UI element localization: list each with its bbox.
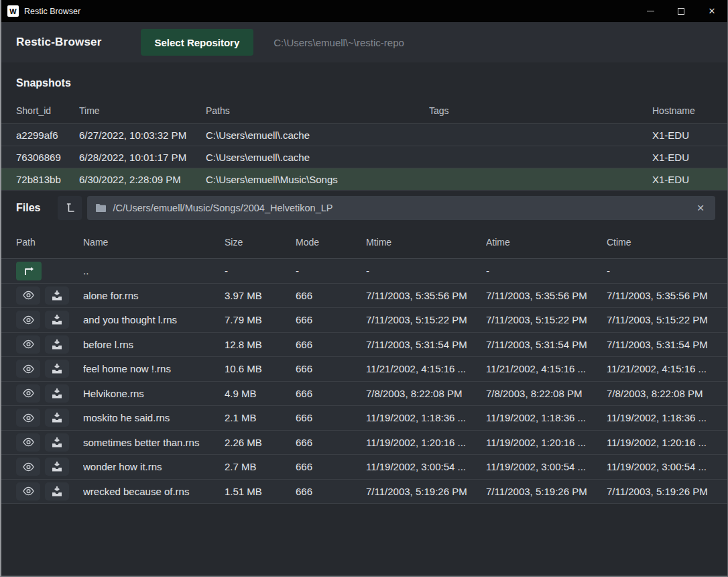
preview-button[interactable] bbox=[16, 360, 40, 378]
download-button[interactable] bbox=[45, 360, 69, 378]
preview-button[interactable] bbox=[16, 311, 40, 329]
file-row[interactable]: alone for.rns 3.97 MB 666 7/11/2003, 5:3… bbox=[1, 284, 727, 309]
eye-icon bbox=[22, 388, 35, 398]
file-ctime: 7/11/2003, 5:31:54 PM bbox=[607, 339, 727, 350]
eye-icon bbox=[22, 315, 35, 325]
download-button[interactable] bbox=[45, 482, 69, 501]
file-mode: 666 bbox=[296, 486, 366, 497]
close-button[interactable]: ✕ bbox=[696, 0, 727, 22]
download-icon bbox=[52, 388, 62, 399]
download-button[interactable] bbox=[45, 433, 69, 452]
eye-icon bbox=[22, 486, 35, 496]
file-atime: 7/8/2003, 8:22:08 PM bbox=[486, 388, 607, 399]
file-size: 3.97 MB bbox=[225, 290, 296, 301]
file-atime: 7/11/2003, 5:31:54 PM bbox=[486, 339, 607, 350]
download-icon bbox=[52, 291, 62, 301]
file-atime: 7/11/2003, 5:19:26 PM bbox=[486, 486, 607, 497]
preview-button[interactable] bbox=[16, 482, 40, 501]
file-atime: 11/19/2002, 1:18:36 ... bbox=[486, 412, 607, 423]
download-icon bbox=[52, 315, 62, 325]
file-mtime: 7/11/2003, 5:35:56 PM bbox=[366, 290, 486, 301]
preview-button[interactable] bbox=[16, 433, 40, 452]
eye-icon bbox=[22, 339, 35, 349]
file-size: 2.26 MB bbox=[225, 437, 296, 448]
file-row[interactable]: wonder how it.rns 2.7 MB 666 11/19/2002,… bbox=[1, 455, 727, 480]
file-row[interactable]: moskito he said.rns 2.1 MB 666 11/19/200… bbox=[1, 406, 727, 431]
go-parent-directory-button[interactable] bbox=[16, 262, 42, 280]
file-atime: 7/11/2003, 5:35:56 PM bbox=[486, 290, 607, 301]
files-heading: Files bbox=[16, 202, 40, 214]
preview-button[interactable] bbox=[16, 384, 40, 403]
file-mode: 666 bbox=[296, 461, 366, 472]
column-header-path: Path bbox=[16, 237, 83, 248]
file-name: feel home now !.rns bbox=[83, 363, 225, 374]
column-header-atime: Atime bbox=[486, 237, 607, 248]
download-button[interactable] bbox=[45, 458, 69, 476]
file-size: 7.79 MB bbox=[225, 314, 296, 325]
file-row[interactable]: sometimes better than.rns 2.26 MB 666 11… bbox=[1, 431, 727, 456]
download-button[interactable] bbox=[45, 311, 69, 329]
download-button[interactable] bbox=[45, 335, 69, 354]
file-name: before l.rns bbox=[83, 339, 225, 350]
file-row[interactable]: before l.rns 12.8 MB 666 7/11/2003, 5:31… bbox=[1, 333, 727, 358]
empty-area bbox=[1, 504, 727, 576]
folder-icon bbox=[95, 203, 107, 213]
parent-directory-row[interactable]: .. - - - - - bbox=[1, 259, 727, 284]
file-size: 10.6 MB bbox=[225, 363, 296, 374]
snapshots-table-header: Short_id Time Paths Tags Hostname bbox=[1, 97, 727, 124]
snapshot-paths: C:\Users\emuell\Music\Songs bbox=[206, 174, 429, 185]
window-title: Restic Browser bbox=[24, 7, 80, 16]
file-row[interactable]: and you thought l.rns 7.79 MB 666 7/11/2… bbox=[1, 308, 727, 333]
file-mtime: 11/21/2002, 4:15:16 ... bbox=[366, 363, 486, 374]
preview-button[interactable] bbox=[16, 335, 40, 354]
file-name: .. bbox=[83, 265, 225, 276]
toolbar: Restic-Browser Select Repository C:\User… bbox=[1, 22, 727, 62]
file-name: wrecked because of.rns bbox=[83, 486, 225, 497]
file-mode: 666 bbox=[296, 388, 366, 399]
files-table-header: Path Name Size Mode Mtime Atime Ctime bbox=[1, 225, 727, 259]
file-mtime: 11/19/2002, 3:00:54 ... bbox=[366, 461, 486, 472]
window-controls: ✕ bbox=[635, 0, 727, 22]
file-row[interactable]: Helvikone.rns 4.9 MB 666 7/8/2003, 8:22:… bbox=[1, 382, 727, 407]
preview-button[interactable] bbox=[16, 286, 40, 305]
file-mtime: 7/11/2003, 5:15:22 PM bbox=[366, 314, 486, 325]
snapshot-paths: C:\Users\emuell\.cache bbox=[206, 129, 429, 141]
minimize-button[interactable] bbox=[635, 0, 666, 22]
download-button[interactable] bbox=[45, 409, 69, 427]
file-row[interactable]: feel home now !.rns 10.6 MB 666 11/21/20… bbox=[1, 357, 727, 382]
snapshot-short-id: 72b813bb bbox=[16, 174, 79, 185]
maximize-button[interactable] bbox=[666, 0, 696, 22]
file-ctime: 11/19/2002, 1:18:36 ... bbox=[607, 412, 727, 423]
file-name: alone for.rns bbox=[83, 290, 225, 301]
eye-icon bbox=[22, 364, 35, 374]
preview-button[interactable] bbox=[16, 458, 40, 476]
preview-button[interactable] bbox=[16, 409, 40, 427]
file-mode: 666 bbox=[296, 363, 366, 374]
snapshot-hostname: X1-EDU bbox=[652, 129, 727, 141]
download-icon bbox=[52, 462, 62, 472]
file-ctime: 11/19/2002, 1:20:16 ... bbox=[607, 437, 727, 448]
maximize-icon bbox=[678, 8, 684, 15]
repository-path: C:\Users\emuell\~\restic-repo bbox=[274, 37, 404, 48]
snapshot-row[interactable]: 76306869 6/28/2022, 10:01:17 PM C:\Users… bbox=[1, 146, 727, 168]
file-row[interactable]: wrecked because of.rns 1.51 MB 666 7/11/… bbox=[1, 480, 727, 505]
download-button[interactable] bbox=[45, 384, 69, 403]
download-button[interactable] bbox=[45, 286, 69, 305]
file-mtime: 7/11/2003, 5:19:26 PM bbox=[366, 486, 486, 497]
breadcrumb-close-button[interactable]: ✕ bbox=[694, 201, 707, 215]
snapshot-hostname: X1-EDU bbox=[652, 174, 727, 185]
snapshot-row-selected[interactable]: 72b813bb 6/30/2022, 2:28:09 PM C:\Users\… bbox=[1, 168, 727, 191]
file-atime: 11/21/2002, 4:15:16 ... bbox=[486, 363, 607, 374]
snapshot-row[interactable]: a2299af6 6/27/2022, 10:03:32 PM C:\Users… bbox=[1, 124, 727, 146]
snapshot-hostname: X1-EDU bbox=[652, 152, 727, 163]
file-ctime: 7/11/2003, 5:19:26 PM bbox=[607, 486, 727, 497]
eye-icon bbox=[22, 462, 35, 472]
snapshot-time: 6/28/2022, 10:01:17 PM bbox=[79, 152, 206, 163]
file-mode: 666 bbox=[296, 412, 366, 423]
tree-view-toggle-button[interactable] bbox=[58, 196, 82, 220]
eye-icon bbox=[22, 291, 35, 300]
select-repository-button[interactable]: Select Repository bbox=[141, 29, 254, 56]
breadcrumb[interactable]: /C/Users/emuell/Music/Songs/2004_Helveti… bbox=[87, 196, 715, 220]
file-name: moskito he said.rns bbox=[83, 412, 225, 423]
file-size: - bbox=[225, 265, 296, 276]
